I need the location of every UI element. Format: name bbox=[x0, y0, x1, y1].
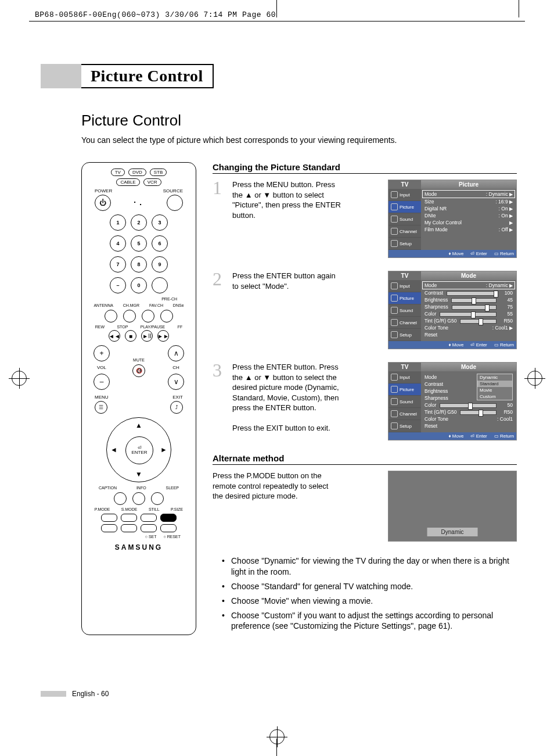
dpad-right[interactable]: ► bbox=[160, 446, 167, 454]
dpad-up[interactable]: ▲ bbox=[135, 421, 142, 429]
osd-mode-select: TVMode Input Picture Sound Channel Setup… bbox=[388, 362, 517, 440]
ch-down-button[interactable]: ∨ bbox=[168, 374, 184, 390]
playpause-button[interactable]: ►II bbox=[141, 330, 153, 342]
playpause-label: PLAY/PAUSE bbox=[141, 325, 166, 329]
prech-button[interactable] bbox=[152, 277, 168, 293]
smode-button[interactable] bbox=[121, 514, 137, 522]
antenna-button[interactable] bbox=[105, 310, 117, 323]
bullet-item: Choose "Standard" for general TV watchin… bbox=[222, 581, 517, 592]
num-3[interactable]: 3 bbox=[152, 214, 168, 231]
input-icon bbox=[391, 191, 398, 198]
power-label: POWER bbox=[95, 188, 112, 194]
osd-row: Color Tone: Cool1 ▶ bbox=[425, 324, 513, 331]
smode-label: S.MODE bbox=[121, 507, 138, 511]
enter-button[interactable]: ⏎ ENTER bbox=[125, 436, 153, 464]
stop-button[interactable]: ■ bbox=[125, 330, 136, 342]
bullet-item: Choose "Movie" when viewing a movie. bbox=[222, 596, 517, 607]
num-6[interactable]: 6 bbox=[152, 235, 168, 252]
num-5[interactable]: 5 bbox=[131, 235, 147, 252]
remote-mode-dvd: DVD bbox=[128, 169, 146, 176]
mode-option[interactable]: Dynamic bbox=[477, 374, 512, 381]
extra-button-3[interactable] bbox=[141, 524, 157, 532]
ir-led-icon: ⠂⠄ bbox=[133, 198, 145, 207]
chapter-banner: Picture Control bbox=[41, 64, 517, 88]
favch-button[interactable] bbox=[142, 310, 154, 323]
exit-label: EXIT bbox=[172, 395, 183, 400]
numpad: 1 2 3 4 5 6 7 8 9 – 0 bbox=[87, 214, 191, 293]
num-7[interactable]: 7 bbox=[110, 256, 126, 273]
mode-option[interactable]: Custom bbox=[477, 393, 512, 400]
registration-mark bbox=[12, 371, 27, 386]
remote-mode-stb: STB bbox=[150, 169, 167, 176]
osd-row: Brightness45 bbox=[425, 296, 513, 303]
menu-button[interactable]: ☰ bbox=[95, 401, 107, 414]
sleep-button[interactable] bbox=[151, 492, 164, 505]
chmgr-label: CH.MGR bbox=[123, 303, 139, 307]
psize-button[interactable] bbox=[160, 514, 177, 522]
section-title: Picture Control bbox=[81, 112, 517, 130]
subhead-changing: Changing the Picture Standard bbox=[213, 162, 517, 174]
power-button[interactable]: ⏻ bbox=[95, 195, 111, 211]
two-column-layout: TV DVD STB CABLE VCR POWER SOURCE ⏻ ⠂⠄ bbox=[81, 162, 517, 635]
menu-label: MENU bbox=[95, 395, 109, 400]
rew-button[interactable]: ◄◄ bbox=[109, 330, 120, 342]
osd-row: Color55 bbox=[425, 310, 513, 317]
still-button[interactable] bbox=[141, 514, 157, 522]
num-4[interactable]: 4 bbox=[110, 235, 126, 252]
chmgr-button[interactable] bbox=[123, 310, 136, 323]
exit-button[interactable]: ⤴ bbox=[170, 401, 183, 414]
dpad-left[interactable]: ◄ bbox=[110, 446, 117, 454]
ch-up-button[interactable]: ∧ bbox=[168, 345, 184, 361]
page-footer: English - 60 bbox=[41, 690, 109, 698]
osd-row: Color50 bbox=[425, 402, 513, 409]
extra-button-1[interactable] bbox=[101, 524, 117, 532]
ch-label: CH bbox=[172, 365, 179, 370]
crop-mark bbox=[519, 0, 519, 17]
chapter-title: Picture Control bbox=[81, 64, 214, 88]
extra-button-4[interactable] bbox=[160, 524, 177, 532]
remote-mode-tv: TV bbox=[111, 169, 125, 176]
mode-dropdown: DynamicStandardMovieCustom bbox=[477, 374, 513, 400]
sound-icon bbox=[391, 216, 398, 223]
rew-label: REW bbox=[95, 325, 105, 329]
step-num-2: 2 bbox=[213, 271, 228, 288]
osd-side-nav: Input Picture Sound Channel Setup bbox=[388, 280, 421, 341]
dnse-button[interactable] bbox=[160, 310, 173, 323]
caption-button[interactable] bbox=[114, 492, 127, 505]
osd-row: Film Mode: Off ▶ bbox=[425, 226, 513, 233]
source-button[interactable] bbox=[167, 195, 183, 211]
num-1[interactable]: 1 bbox=[110, 214, 126, 231]
page-number: English - 60 bbox=[72, 690, 109, 698]
num-0[interactable]: 0 bbox=[131, 277, 147, 293]
osd-main-panel: Mode: Dynamic ▶Size: 16:9 ▶Digital NR: O… bbox=[421, 189, 516, 250]
num-2[interactable]: 2 bbox=[131, 214, 147, 231]
step-text-1: Press the MENU button. Press the ▲ or ▼ … bbox=[232, 180, 343, 220]
step-num-1: 1 bbox=[213, 180, 228, 196]
remote-mode-cable: CABLE bbox=[116, 178, 139, 186]
bullet-item: Choose "Dynamic" for viewing the TV duri… bbox=[222, 556, 517, 578]
step-1: 1 Press the MENU button. Press the ▲ or … bbox=[213, 180, 517, 258]
osd-row: Tint (G/R) G50R50 bbox=[425, 317, 513, 324]
num-9[interactable]: 9 bbox=[152, 256, 168, 273]
info-button[interactable] bbox=[132, 492, 145, 505]
print-header: BP68-00586F-00Eng(060~073) 3/30/06 7:14 … bbox=[35, 10, 276, 19]
osd-main-panel: ModeContrastBrightnessSharpnessColor50Ti… bbox=[421, 371, 516, 432]
ff-button[interactable]: ►► bbox=[157, 330, 169, 342]
vol-up-button[interactable]: + bbox=[93, 345, 110, 361]
alternate-preview: Dynamic bbox=[388, 471, 517, 542]
vol-down-button[interactable]: – bbox=[93, 374, 110, 390]
mode-option[interactable]: Movie bbox=[477, 387, 512, 393]
dpad-down[interactable]: ▼ bbox=[135, 470, 142, 478]
mode-descriptions: Choose "Dynamic" for viewing the TV duri… bbox=[222, 556, 517, 632]
mute-button[interactable]: 🔇 bbox=[132, 364, 145, 377]
pmode-button[interactable] bbox=[101, 514, 117, 522]
osd-main-panel: Mode: Dynamic ▶Contrast100Brightness45Sh… bbox=[421, 280, 516, 341]
info-label: INFO bbox=[136, 486, 146, 490]
registration-mark bbox=[527, 371, 542, 386]
extra-button-2[interactable] bbox=[121, 524, 137, 532]
num-dash[interactable]: – bbox=[110, 277, 126, 293]
mode-option[interactable]: Standard bbox=[477, 381, 512, 387]
num-8[interactable]: 8 bbox=[131, 256, 147, 273]
stop-label: STOP bbox=[117, 325, 128, 329]
osd-row: Color Tone: Cool1 bbox=[425, 415, 513, 422]
